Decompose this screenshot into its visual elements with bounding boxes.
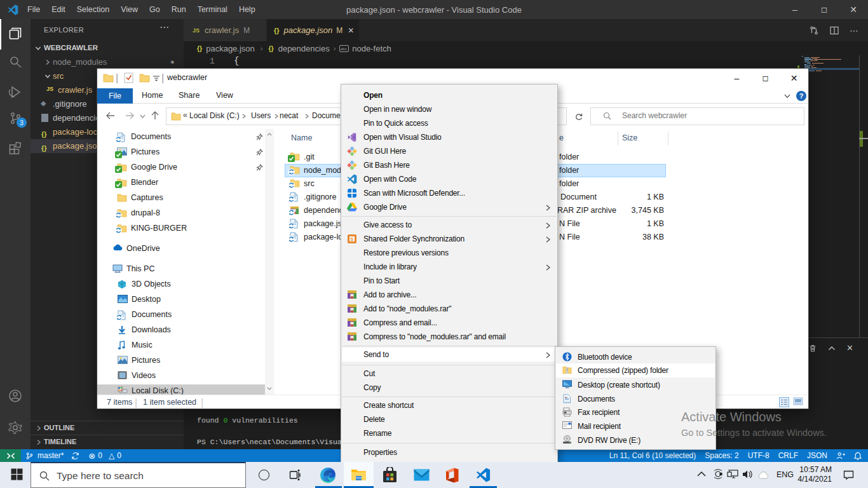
svg-text:abc: abc bbox=[341, 47, 347, 51]
svg-text:S: S bbox=[350, 236, 354, 242]
